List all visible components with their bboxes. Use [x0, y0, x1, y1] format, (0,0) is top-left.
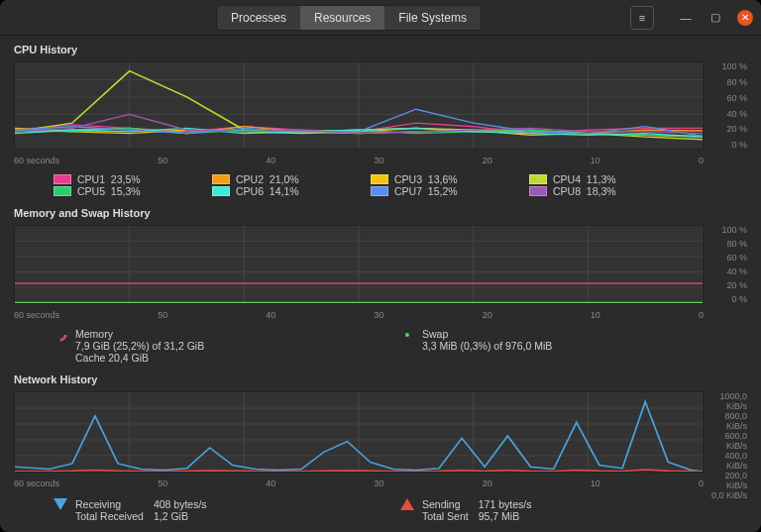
legend-item-cpu5[interactable]: CPU5 15,3% — [54, 185, 192, 197]
close-icon: ✕ — [741, 12, 749, 23]
titlebar: Processes Resources File Systems ≡ — ▢ ✕ — [0, 0, 761, 36]
legend-item-cpu6[interactable]: CPU6 14,1% — [212, 185, 351, 197]
legend-item-cpu3[interactable]: CPU3 13,6% — [371, 173, 509, 185]
send-rate: 171 bytes/s — [479, 498, 532, 510]
legend-item-cpu4[interactable]: CPU4 11,3% — [529, 173, 668, 185]
send-total: 95,7 MiB — [479, 510, 532, 522]
net-legend: Receiving 408 bytes/s Total Received 1,2… — [14, 494, 747, 522]
cpu-plot-svg — [15, 62, 703, 149]
maximize-button[interactable]: ▢ — [707, 10, 723, 26]
swatch-icon — [54, 174, 71, 184]
net-chart — [14, 391, 704, 473]
swatch-icon — [529, 186, 547, 196]
mem-plot-svg — [15, 226, 703, 303]
net-chart-wrap: 1000,0 KiB/s800,0 KiB/s600,0 KiB/s400,0 … — [14, 391, 747, 473]
recv-rate: 408 bytes/s — [154, 498, 207, 510]
swap-icon — [400, 328, 414, 342]
resources-page: CPU History 100 %80 %60 %40 %20 %0 % 60 … — [0, 36, 761, 532]
swatch-icon — [212, 186, 230, 196]
hamburger-icon: ≡ — [639, 12, 645, 24]
recv-total-label: Total Received — [75, 510, 144, 522]
system-monitor-window: Processes Resources File Systems ≡ — ▢ ✕… — [0, 0, 761, 532]
mem-chart — [14, 225, 704, 304]
mem-section-title: Memory and Swap History — [14, 207, 747, 219]
cpu-section-title: CPU History — [14, 44, 747, 55]
tab-processes[interactable]: Processes — [217, 6, 300, 30]
cpu-chart — [14, 61, 704, 150]
view-tabs: Processes Resources File Systems — [216, 5, 482, 31]
legend-text: CPU4 11,3% — [553, 173, 616, 185]
cpu-chart-wrap: 100 %80 %60 %40 %20 %0 % — [14, 61, 747, 150]
legend-item-cpu7[interactable]: CPU7 15,2% — [371, 185, 509, 197]
legend-item-cpu8[interactable]: CPU8 18,3% — [529, 185, 668, 197]
net-send-item: Sending 171 bytes/s Total Sent 95,7 MiB — [400, 498, 747, 522]
memory-usage: 7,9 GiB (25,2%) of 31,2 GiB — [75, 340, 204, 352]
mem-chart-wrap: 100 %80 %60 %40 %20 %0 % — [14, 225, 747, 304]
swap-legend-item: Swap 3,3 MiB (0,3%) of 976,0 MiB — [400, 328, 747, 364]
legend-text: CPU2 21,0% — [236, 173, 299, 185]
net-plot-svg — [15, 392, 703, 472]
tab-resources[interactable]: Resources — [300, 6, 384, 30]
cpu-legend: CPU1 23,5%CPU2 21,0%CPU3 13,6%CPU4 11,3%… — [14, 171, 747, 201]
minimize-icon: — — [680, 12, 691, 24]
net-section-title: Network History — [14, 373, 747, 385]
legend-text: CPU8 18,3% — [553, 185, 616, 197]
legend-text: CPU3 13,6% — [394, 173, 458, 185]
memory-icon — [54, 328, 67, 342]
swatch-icon — [529, 174, 547, 184]
net-xaxis: 60 seconds50403020100 — [14, 477, 747, 490]
swatch-icon — [371, 174, 388, 184]
mem-legend: Memory 7,9 GiB (25,2%) of 31,2 GiB Cache… — [14, 326, 747, 368]
cpu-xaxis: 60 seconds50403020100 — [14, 154, 747, 167]
legend-text: CPU6 14,1% — [236, 185, 299, 197]
close-button[interactable]: ✕ — [737, 10, 753, 26]
swatch-icon — [371, 186, 388, 196]
recv-total: 1,2 GiB — [154, 510, 207, 522]
memory-label: Memory — [75, 328, 204, 340]
window-controls: ≡ — ▢ ✕ — [630, 6, 753, 30]
send-label: Sending — [422, 498, 469, 510]
legend-item-cpu1[interactable]: CPU1 23,5% — [54, 173, 192, 185]
menu-button[interactable]: ≡ — [630, 6, 654, 30]
tab-filesystems[interactable]: File Systems — [384, 6, 481, 30]
upload-icon — [400, 498, 414, 510]
svg-point-20 — [55, 330, 65, 340]
swatch-icon — [54, 186, 71, 196]
svg-point-21 — [405, 333, 409, 337]
memory-cache: Cache 20,4 GiB — [75, 352, 204, 364]
download-icon — [54, 498, 67, 510]
mem-yaxis: 100 %80 %60 %40 %20 %0 % — [704, 225, 747, 304]
legend-text: CPU7 15,2% — [394, 185, 458, 197]
send-total-label: Total Sent — [422, 510, 469, 522]
recv-label: Receiving — [75, 498, 144, 510]
net-recv-item: Receiving 408 bytes/s Total Received 1,2… — [54, 498, 400, 522]
legend-item-cpu2[interactable]: CPU2 21,0% — [212, 173, 351, 185]
swap-usage: 3,3 MiB (0,3%) of 976,0 MiB — [422, 340, 552, 352]
net-yaxis: 1000,0 KiB/s800,0 KiB/s600,0 KiB/s400,0 … — [704, 391, 747, 473]
mem-xaxis: 60 seconds50403020100 — [14, 308, 747, 322]
legend-text: CPU5 15,3% — [77, 185, 141, 197]
swatch-icon — [212, 174, 230, 184]
legend-text: CPU1 23,5% — [77, 173, 141, 185]
maximize-icon: ▢ — [710, 11, 720, 24]
minimize-button[interactable]: — — [678, 10, 694, 26]
memory-legend-item: Memory 7,9 GiB (25,2%) of 31,2 GiB Cache… — [54, 328, 400, 364]
cpu-yaxis: 100 %80 %60 %40 %20 %0 % — [704, 61, 747, 150]
swap-label: Swap — [422, 328, 552, 340]
